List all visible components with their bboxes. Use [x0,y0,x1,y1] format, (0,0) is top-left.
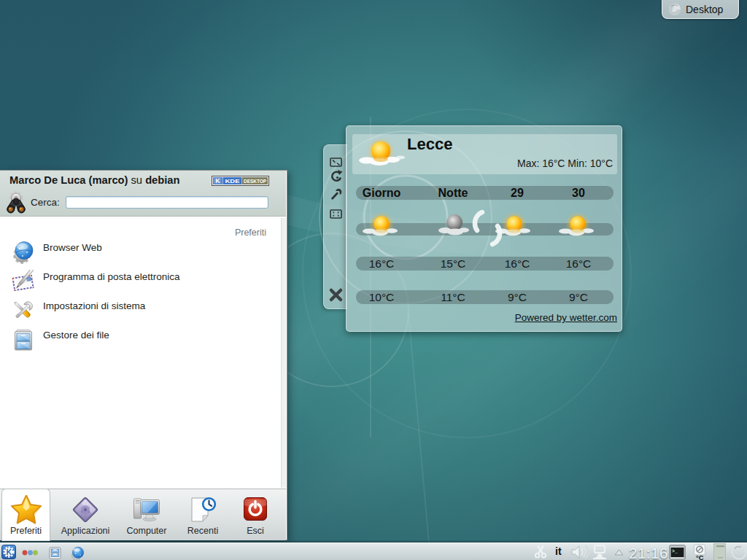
svg-text:K: K [215,177,220,184]
svg-text:K: K [6,548,12,556]
svg-text:KDE: KDE [225,178,241,184]
svg-text:°C: °C [696,553,704,560]
svg-text:DESKTOP: DESKTOP [244,179,266,184]
svg-text:>_: >_ [672,549,678,554]
